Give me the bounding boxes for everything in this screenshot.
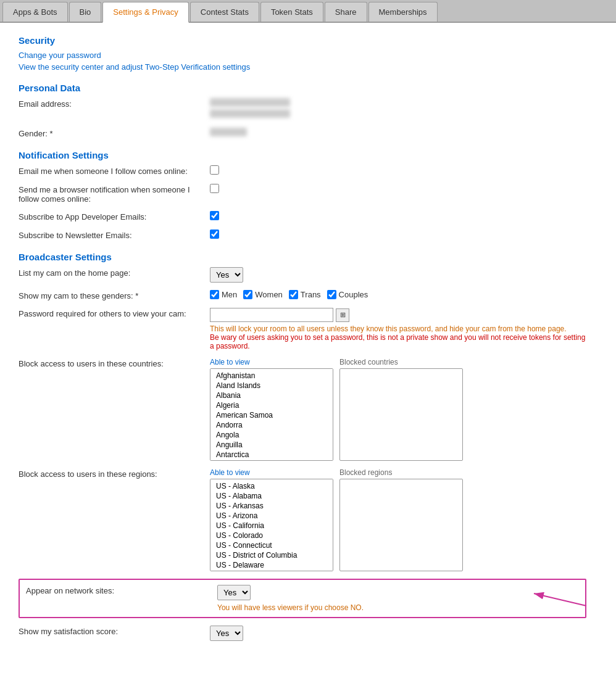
able-to-view-countries-list[interactable]: Afghanistan Aland Islands Albania Algeri… bbox=[210, 368, 333, 461]
list-cam-select[interactable]: Yes No bbox=[210, 267, 243, 283]
appear-on-network-control: Yes No bbox=[217, 585, 579, 600]
able-to-view-regions-col: Able to view US - Alaska US - Alabama US… bbox=[210, 468, 333, 571]
notif-row-1: Email me when someone I follow comes onl… bbox=[19, 165, 586, 176]
appear-on-network-highlighted: Appear on network sites: Yes No You will… bbox=[19, 579, 586, 618]
security-center-link[interactable]: View the security center and adjust Two-… bbox=[19, 62, 586, 72]
tab-bio[interactable]: Bio bbox=[69, 2, 102, 22]
email-blurred bbox=[210, 98, 290, 107]
main-content: Security Change your password View the s… bbox=[0, 23, 605, 661]
notification-section-title: Notification Settings bbox=[19, 150, 586, 160]
block-regions-control: Able to view US - Alaska US - Alabama US… bbox=[210, 468, 586, 571]
notif-row-4: Subscribe to Newsletter Emails: bbox=[19, 229, 586, 241]
email-value bbox=[210, 98, 586, 120]
notif-check-1 bbox=[210, 165, 586, 176]
block-regions-label: Block access to users in these regions: bbox=[19, 468, 210, 479]
notif-label-3: Subscribe to App Developer Emails: bbox=[19, 211, 210, 221]
able-to-view-countries-col: Able to view Afghanistan Aland Islands A… bbox=[210, 358, 333, 461]
password-warning2: Be wary of users asking you to set a pas… bbox=[210, 333, 586, 350]
email-row: Email address: bbox=[19, 98, 586, 120]
country-listboxes: Able to view Afghanistan Aland Islands A… bbox=[210, 358, 586, 461]
notif-label-4: Subscribe to Newsletter Emails: bbox=[19, 229, 210, 240]
security-section-title: Security bbox=[19, 35, 586, 46]
gender-couples-label: Couples bbox=[339, 290, 368, 299]
tab-apps-bots[interactable]: Apps & Bots bbox=[2, 2, 68, 22]
tab-token-stats[interactable]: Token Stats bbox=[260, 2, 323, 22]
tab-contest-stats[interactable]: Contest Stats bbox=[190, 2, 259, 22]
show-satisfaction-control: Yes No bbox=[210, 626, 586, 641]
gender-value bbox=[210, 128, 586, 139]
newsletter-emails-checkbox[interactable] bbox=[210, 229, 219, 239]
gender-women-label: Women bbox=[255, 290, 283, 299]
password-label: Password required for others to view you… bbox=[19, 308, 210, 318]
gender-women-checkbox[interactable] bbox=[243, 290, 252, 299]
cam-password-input[interactable] bbox=[210, 308, 333, 322]
gender-men-checkbox[interactable] bbox=[210, 290, 219, 299]
email-follow-online-checkbox[interactable] bbox=[210, 165, 219, 175]
notif-row-3: Subscribe to App Developer Emails: bbox=[19, 211, 586, 222]
blocked-regions-list[interactable] bbox=[339, 479, 463, 571]
appear-on-network-row: Appear on network sites: Yes No bbox=[26, 585, 579, 600]
region-listboxes: Able to view US - Alaska US - Alabama US… bbox=[210, 468, 586, 571]
app-developer-emails-checkbox[interactable] bbox=[210, 211, 219, 220]
grid-icon: ⊞ bbox=[340, 311, 346, 319]
gender-trans-item: Trans bbox=[289, 290, 321, 299]
notif-check-2 bbox=[210, 184, 586, 195]
show-satisfaction-row: Show my satisfaction score: Yes No bbox=[19, 626, 586, 641]
gender-couples-item: Couples bbox=[327, 290, 368, 299]
tab-settings-privacy[interactable]: Settings & Privacy bbox=[102, 2, 189, 23]
show-cam-genders-control: Men Women Trans Couples bbox=[210, 290, 586, 299]
notif-check-3 bbox=[210, 211, 586, 222]
gender-blurred bbox=[210, 128, 247, 136]
able-to-view-regions-list[interactable]: US - Alaska US - Alabama US - Arkansas U… bbox=[210, 479, 333, 571]
list-cam-row: List my cam on the home page: Yes No bbox=[19, 267, 586, 283]
block-countries-control: Able to view Afghanistan Aland Islands A… bbox=[210, 358, 586, 461]
appear-on-network-note-row: You will have less viewers if you choose… bbox=[26, 603, 579, 612]
email-blurred2 bbox=[210, 109, 290, 118]
gender-trans-checkbox[interactable] bbox=[289, 290, 298, 299]
block-regions-row: Block access to users in these regions: … bbox=[19, 468, 586, 571]
tab-bar: Apps & Bots Bio Settings & Privacy Conte… bbox=[0, 0, 616, 23]
block-countries-label: Block access to users in these countries… bbox=[19, 358, 210, 368]
gender-trans-label: Trans bbox=[301, 290, 321, 299]
browser-notif-checkbox[interactable] bbox=[210, 184, 219, 193]
change-password-link[interactable]: Change your password bbox=[19, 51, 586, 60]
show-cam-genders-row: Show my cam to these genders: * Men Wome… bbox=[19, 290, 586, 300]
password-input-row: ⊞ bbox=[210, 308, 586, 322]
gender-women-item: Women bbox=[243, 290, 283, 299]
notif-label-2: Send me a browser notification when some… bbox=[19, 184, 210, 204]
blocked-regions-label: Blocked regions bbox=[339, 468, 463, 477]
password-warning1: This will lock your room to all users un… bbox=[210, 325, 586, 333]
show-satisfaction-label: Show my satisfaction score: bbox=[19, 626, 210, 636]
gender-row: Gender: * bbox=[19, 128, 586, 139]
notif-row-2: Send me a browser notification when some… bbox=[19, 184, 586, 204]
tab-share[interactable]: Share bbox=[325, 2, 367, 22]
email-label: Email address: bbox=[19, 98, 210, 109]
show-satisfaction-select[interactable]: Yes No bbox=[210, 626, 243, 641]
able-to-view-regions-label: Able to view bbox=[210, 468, 333, 477]
password-icon-button[interactable]: ⊞ bbox=[336, 308, 349, 322]
gender-checkboxes: Men Women Trans Couples bbox=[210, 290, 586, 299]
blocked-regions-col: Blocked regions bbox=[339, 468, 463, 571]
broadcaster-section-title: Broadcaster Settings bbox=[19, 252, 586, 262]
appear-on-network-select[interactable]: Yes No bbox=[217, 585, 251, 600]
list-cam-control: Yes No bbox=[210, 267, 586, 283]
blocked-countries-label: Blocked countries bbox=[339, 358, 463, 366]
blocked-countries-list[interactable] bbox=[339, 368, 463, 461]
show-cam-genders-label: Show my cam to these genders: * bbox=[19, 290, 210, 300]
notif-check-4 bbox=[210, 229, 586, 241]
block-countries-row: Block access to users in these countries… bbox=[19, 358, 586, 461]
appear-on-network-label: Appear on network sites: bbox=[26, 585, 217, 595]
list-cam-label: List my cam on the home page: bbox=[19, 267, 210, 278]
notif-label-1: Email me when someone I follow comes onl… bbox=[19, 165, 210, 176]
appear-on-network-note: You will have less viewers if you choose… bbox=[217, 603, 364, 612]
gender-men-label: Men bbox=[222, 290, 237, 299]
gender-couples-checkbox[interactable] bbox=[327, 290, 336, 299]
password-row: Password required for others to view you… bbox=[19, 308, 586, 350]
blocked-countries-col: Blocked countries bbox=[339, 358, 463, 461]
tab-memberships[interactable]: Memberships bbox=[368, 2, 438, 22]
password-control: ⊞ This will lock your room to all users … bbox=[210, 308, 586, 350]
gender-men-item: Men bbox=[210, 290, 237, 299]
personal-data-section-title: Personal Data bbox=[19, 83, 586, 93]
able-to-view-countries-label: Able to view bbox=[210, 358, 333, 366]
gender-label: Gender: * bbox=[19, 128, 210, 138]
